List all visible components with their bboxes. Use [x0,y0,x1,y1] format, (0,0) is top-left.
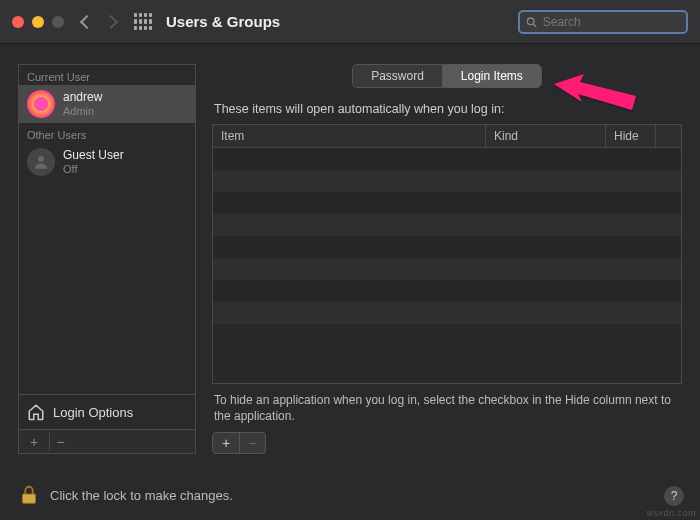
col-spacer [655,125,681,147]
user-role: Admin [63,105,102,118]
lock-icon[interactable] [18,484,40,506]
add-user-button[interactable]: + [23,433,45,451]
login-items-table: Item Kind Hide [212,124,682,384]
svg-line-1 [533,24,536,27]
other-users-label: Other Users [19,123,195,143]
minimize-window-button[interactable] [32,16,44,28]
remove-item-button[interactable]: − [239,433,265,453]
avatar [27,148,55,176]
main-panel: Password Login Items These items will op… [212,64,682,454]
svg-point-0 [527,17,534,24]
login-options-label: Login Options [53,405,133,420]
table-row [213,192,681,214]
user-role: Off [63,163,124,176]
zoom-window-button[interactable] [52,16,64,28]
user-name: andrew [63,91,102,105]
user-sidebar: Current User andrew Admin Other Users Gu… [18,64,196,454]
sidebar-footer: + − [18,430,196,454]
col-hide[interactable]: Hide [605,125,655,147]
svg-rect-3 [23,494,36,503]
avatar [27,90,55,118]
table-row [213,148,681,170]
back-button[interactable] [80,14,94,28]
lock-text: Click the lock to make changes. [50,488,233,503]
forward-button [104,14,118,28]
user-row-guest[interactable]: Guest User Off [19,143,195,181]
table-row [213,170,681,192]
panel-description: These items will open automatically when… [212,102,682,116]
table-header: Item Kind Hide [213,125,681,148]
table-row [213,280,681,302]
table-row [213,258,681,280]
all-prefs-grid-button[interactable] [134,13,152,31]
table-row [213,302,681,324]
person-icon [32,153,50,171]
remove-user-button[interactable]: − [49,433,71,451]
watermark: wsxdn.com [646,508,696,518]
close-window-button[interactable] [12,16,24,28]
panel-hint: To hide an application when you log in, … [212,384,682,430]
title-bar: Users & Groups [0,0,700,44]
login-options-button[interactable]: Login Options [19,394,195,429]
lock-footer: Click the lock to make changes. [18,484,233,506]
search-icon [526,16,537,28]
add-item-button[interactable]: + [213,433,239,453]
nav-buttons [82,17,116,27]
col-kind[interactable]: Kind [485,125,605,147]
house-icon [27,403,45,421]
tab-login-items[interactable]: Login Items [442,64,542,88]
table-body[interactable] [213,148,681,383]
col-item[interactable]: Item [213,125,485,147]
add-remove-buttons: + − [212,432,266,454]
search-field[interactable] [518,10,688,34]
svg-point-2 [38,156,44,162]
current-user-label: Current User [19,65,195,85]
tab-password[interactable]: Password [352,64,442,88]
tab-group: Password Login Items [352,64,542,88]
user-name: Guest User [63,149,124,163]
window-title: Users & Groups [166,13,280,30]
help-button[interactable]: ? [664,486,684,506]
window-controls [12,16,64,28]
search-input[interactable] [543,15,680,29]
user-row-andrew[interactable]: andrew Admin [19,85,195,123]
table-row [213,236,681,258]
table-row [213,214,681,236]
